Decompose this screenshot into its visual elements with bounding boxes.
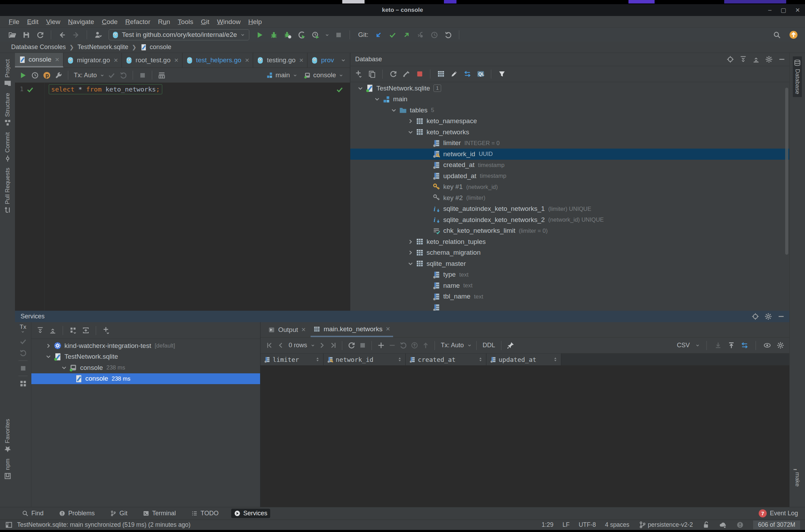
close-icon[interactable]: ✕ <box>55 56 60 63</box>
hide-panel-icon[interactable] <box>777 312 785 320</box>
last-page-button[interactable] <box>328 340 338 351</box>
cherry-pick-button[interactable] <box>414 29 426 40</box>
compare-button[interactable] <box>740 340 749 351</box>
toolwindow-event-log[interactable]: Event Log <box>770 510 798 517</box>
duplicate-button[interactable] <box>366 69 377 80</box>
execute-button[interactable] <box>18 70 28 81</box>
indent-setting[interactable]: 4 spaces <box>605 521 630 529</box>
cancel-query-button[interactable] <box>137 70 148 81</box>
tree-row-table[interactable]: schema_migration <box>350 247 789 259</box>
tree-row-column[interactable]: type text <box>350 269 789 280</box>
console-settings-button[interactable] <box>53 70 64 81</box>
tree-row-key[interactable]: key #1 (network_id) <box>350 182 789 193</box>
close-icon[interactable]: ✕ <box>114 57 118 64</box>
tx-mode-select[interactable]: Tx: Auto <box>72 72 98 79</box>
view-options-button[interactable] <box>762 340 772 351</box>
menu-refactor[interactable]: Refactor <box>122 17 154 26</box>
git-commit-button[interactable] <box>386 29 398 40</box>
menu-git[interactable]: Git <box>197 17 213 26</box>
tree-row-check-constraint[interactable]: chk_keto_networks_limit (limiter = 0) <box>350 225 789 237</box>
datasource-properties-button[interactable] <box>401 69 412 80</box>
tree-row-datasource[interactable]: TestNetwork.sqlite 1 <box>350 83 789 94</box>
profiler-button[interactable] <box>296 29 308 40</box>
rollback-icon[interactable] <box>19 349 27 357</box>
back-button[interactable] <box>56 29 68 40</box>
pin-tab-button[interactable] <box>506 340 515 351</box>
tx-toggle[interactable]: Tx <box>20 324 26 334</box>
git-history-button[interactable] <box>428 29 440 40</box>
tree-row-key[interactable]: key #2 (limiter) <box>350 192 789 204</box>
toolwindow-todo[interactable]: TODO <box>188 509 221 518</box>
cloud-sync-icon[interactable] <box>719 521 727 529</box>
tree-row-column[interactable]: tbl_name text <box>350 291 789 302</box>
schema-select[interactable]: main <box>266 71 297 79</box>
disconnect-button[interactable] <box>414 69 425 80</box>
menu-view[interactable]: View <box>42 17 64 26</box>
open-console-button[interactable] <box>475 69 486 80</box>
menu-help[interactable]: Help <box>244 17 266 26</box>
close-button[interactable]: ✕ <box>795 7 800 14</box>
caret-position[interactable]: 1:29 <box>541 521 553 529</box>
stop-icon[interactable] <box>19 364 27 372</box>
save-all-button[interactable] <box>20 29 32 40</box>
memory-indicator[interactable]: 606 of 3072M <box>753 521 800 529</box>
filter-button[interactable] <box>496 69 507 80</box>
breadcrumb-database-consoles[interactable]: Database Consoles <box>11 43 66 51</box>
add-service-button[interactable] <box>101 325 111 336</box>
sidebar-item-commit[interactable]: Commit <box>3 129 12 165</box>
locate-icon[interactable] <box>726 55 734 63</box>
add-row-button[interactable] <box>376 340 386 351</box>
scrollbar[interactable] <box>785 88 788 255</box>
tree-row-table[interactable]: sqlite_master <box>350 258 789 269</box>
expand-all-button[interactable] <box>35 325 45 336</box>
menu-file[interactable]: File <box>5 17 23 26</box>
gear-icon[interactable] <box>764 312 772 320</box>
tree-row-tables-group[interactable]: tables 5 <box>350 105 789 116</box>
search-everywhere-button[interactable] <box>771 29 783 40</box>
collapse-all-button[interactable] <box>47 325 58 336</box>
menu-edit[interactable]: Edit <box>23 17 42 26</box>
revert-button[interactable] <box>398 340 408 351</box>
toolwindow-problems[interactable]: Problems <box>56 509 97 518</box>
tab-testing-go[interactable]: testing.go ✕ <box>253 53 307 68</box>
tree-row-schema[interactable]: main <box>350 94 789 105</box>
menu-window[interactable]: Window <box>213 17 244 26</box>
tool-window-corner-icon[interactable] <box>5 521 13 529</box>
sql-statement[interactable]: select * from keto_networks; <box>49 84 162 94</box>
ddl-button[interactable]: DDL <box>481 342 497 349</box>
forward-button[interactable] <box>70 29 82 40</box>
debug-button[interactable] <box>268 29 280 40</box>
maximize-button[interactable]: ▢ <box>781 7 786 14</box>
service-row-datasource[interactable]: TestNetwork.sqlite <box>31 351 260 363</box>
submit-button[interactable] <box>409 340 419 351</box>
tab-migrator-go[interactable]: migrator.go ✕ <box>63 53 122 68</box>
run-with-profile-button[interactable] <box>310 29 322 40</box>
rollback-button[interactable] <box>118 70 128 81</box>
service-row-console-session[interactable]: console 238 ms <box>31 362 260 373</box>
expand-all-icon[interactable] <box>739 55 747 63</box>
tx-mode-select[interactable]: Tx: Auto <box>439 342 466 349</box>
close-icon[interactable]: ✕ <box>174 57 179 64</box>
grid-column-limiter[interactable]: limiter <box>260 354 323 365</box>
sort-icon[interactable] <box>397 357 402 362</box>
close-icon[interactable]: ✕ <box>299 57 304 64</box>
sidebar-item-make[interactable]: make <box>793 460 802 490</box>
query-history-button[interactable] <box>30 70 40 81</box>
sort-icon[interactable] <box>478 357 483 362</box>
service-row-kubernetes[interactable]: kind-watcherx-integration-test [default] <box>31 340 260 351</box>
sort-icon[interactable] <box>315 357 320 362</box>
grid-column-network-id[interactable]: network_id <box>323 354 406 365</box>
menu-run[interactable]: Run <box>154 17 174 26</box>
run-button[interactable] <box>254 29 266 40</box>
minimize-button[interactable]: – <box>768 7 771 14</box>
git-update-button[interactable] <box>373 29 384 40</box>
export-button[interactable] <box>726 340 736 351</box>
refresh-button[interactable] <box>388 69 399 80</box>
line-separator[interactable]: LF <box>563 521 570 529</box>
breadcrumb-datasource[interactable]: TestNetwork.sqlite <box>78 43 128 51</box>
run-more-button[interactable] <box>324 29 331 40</box>
open-button[interactable] <box>6 29 18 40</box>
git-push-button[interactable] <box>400 29 412 40</box>
alert-icon[interactable] <box>736 521 744 529</box>
export-format-select[interactable]: CSV <box>675 342 691 349</box>
